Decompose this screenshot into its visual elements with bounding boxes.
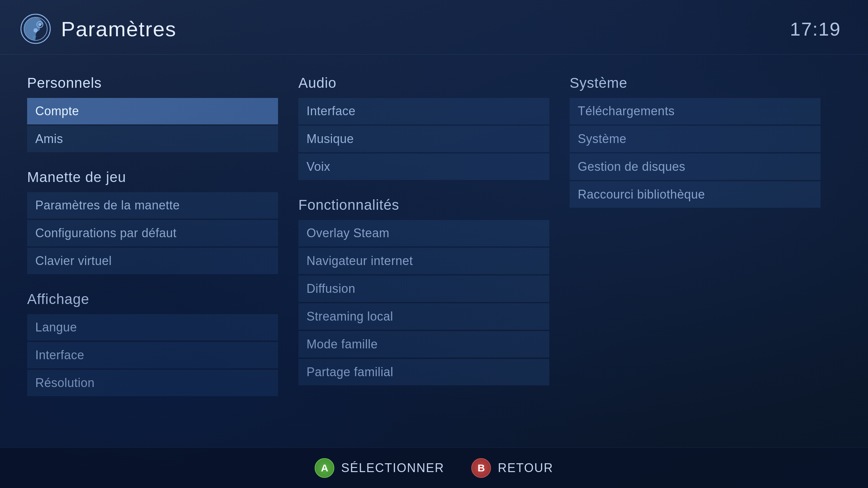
- menu-item-overlay-steam[interactable]: Overlay Steam: [298, 220, 549, 246]
- menu-item-compte[interactable]: Compte: [27, 98, 278, 124]
- menu-item-mode-famille[interactable]: Mode famille: [298, 331, 549, 358]
- section-personnels: Personnels Compte Amis: [27, 75, 278, 152]
- menu-item-amis[interactable]: Amis: [27, 126, 278, 152]
- clock: 17:19: [790, 18, 841, 40]
- section-manette: Manette de jeu Paramètres de la manette …: [27, 169, 278, 274]
- section-title-manette: Manette de jeu: [27, 169, 278, 185]
- menu-item-raccourci-bibliotheque[interactable]: Raccourci bibliothèque: [570, 181, 821, 208]
- header: Paramètres 17:19: [0, 0, 868, 55]
- menu-item-interface-affichage[interactable]: Interface: [27, 342, 278, 368]
- menu-item-clavier-virtuel[interactable]: Clavier virtuel: [27, 248, 278, 274]
- select-label: SÉLECTIONNER: [341, 461, 444, 475]
- menu-item-navigateur[interactable]: Navigateur internet: [298, 248, 549, 274]
- menu-item-musique[interactable]: Musique: [298, 126, 549, 152]
- section-title-personnels: Personnels: [27, 75, 278, 91]
- b-button-icon[interactable]: B: [471, 458, 491, 478]
- page-title: Paramètres: [61, 17, 176, 41]
- steam-logo: [20, 14, 51, 44]
- menu-item-streaming-local[interactable]: Streaming local: [298, 303, 549, 330]
- back-label: RETOUR: [498, 461, 553, 475]
- svg-point-4: [34, 28, 38, 33]
- menu-item-diffusion[interactable]: Diffusion: [298, 276, 549, 302]
- svg-point-3: [38, 23, 41, 26]
- footer-btn-back: B RETOUR: [471, 458, 553, 478]
- footer-btn-select: A SÉLECTIONNER: [315, 458, 444, 478]
- main-content: Personnels Compte Amis Manette de jeu Pa…: [0, 55, 868, 434]
- column-left: Personnels Compte Amis Manette de jeu Pa…: [27, 75, 298, 414]
- section-title-audio: Audio: [298, 75, 549, 91]
- section-fonctionnalites: Fonctionnalités Overlay Steam Navigateur…: [298, 197, 549, 385]
- menu-item-configurations[interactable]: Configurations par défaut: [27, 220, 278, 246]
- header-left: Paramètres: [20, 14, 176, 44]
- menu-item-interface-audio[interactable]: Interface: [298, 98, 549, 124]
- menu-item-gestion-disques[interactable]: Gestion de disques: [570, 154, 821, 180]
- menu-item-systeme[interactable]: Système: [570, 126, 821, 152]
- section-systeme: Système Téléchargements Système Gestion …: [570, 75, 821, 208]
- column-middle: Audio Interface Musique Voix Fonctionnal…: [298, 75, 570, 414]
- section-title-systeme: Système: [570, 75, 821, 91]
- footer: A SÉLECTIONNER B RETOUR: [0, 447, 868, 488]
- section-audio: Audio Interface Musique Voix: [298, 75, 549, 180]
- menu-item-voix[interactable]: Voix: [298, 154, 549, 180]
- menu-item-langue[interactable]: Langue: [27, 314, 278, 341]
- menu-item-parametres-manette[interactable]: Paramètres de la manette: [27, 192, 278, 219]
- a-button-icon[interactable]: A: [315, 458, 334, 478]
- column-right: Système Téléchargements Système Gestion …: [570, 75, 841, 414]
- menu-item-telechargements[interactable]: Téléchargements: [570, 98, 821, 124]
- menu-item-partage-familial[interactable]: Partage familial: [298, 359, 549, 385]
- section-affichage: Affichage Langue Interface Résolution: [27, 291, 278, 396]
- section-title-fonctionnalites: Fonctionnalités: [298, 197, 549, 213]
- section-title-affichage: Affichage: [27, 291, 278, 307]
- menu-item-resolution[interactable]: Résolution: [27, 370, 278, 396]
